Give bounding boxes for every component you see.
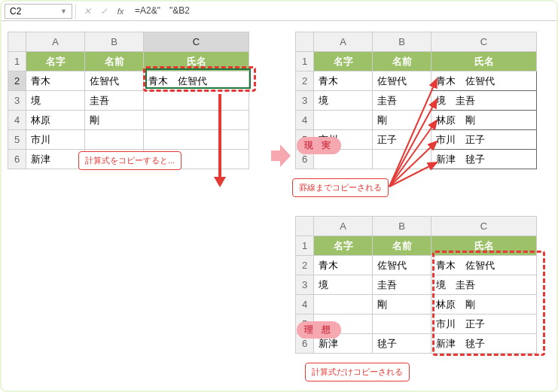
cell[interactable]: 境 [314, 91, 373, 111]
col-header-c[interactable]: C [144, 32, 249, 52]
cell[interactable]: 圭吾 [373, 91, 431, 111]
row-header[interactable]: 4 [8, 111, 26, 130]
cell[interactable]: 境 圭吾 [431, 91, 537, 111]
cell[interactable]: 青木 [314, 71, 373, 91]
cell[interactable] [144, 130, 249, 150]
cell[interactable]: 青木 佐智代 [431, 71, 537, 91]
col-header-a[interactable]: A [314, 32, 373, 52]
header-given[interactable]: 名前 [85, 52, 144, 71]
transition-arrow-icon [271, 144, 291, 167]
header-full[interactable]: 氏名 [144, 52, 249, 71]
cell[interactable]: 境 [314, 275, 373, 295]
callout-copy-formula: 計算式をコピーすると... [78, 151, 181, 170]
select-all-corner[interactable] [8, 32, 26, 52]
callout-only-formula: 計算式だけコピーされる [305, 363, 410, 381]
col-header-c[interactable]: C [431, 217, 537, 236]
cell[interactable]: 境 [26, 91, 85, 111]
badge-reality: 現 実 [297, 137, 341, 154]
col-header-b[interactable]: B [373, 32, 431, 52]
cell[interactable]: 林原 剛 [431, 111, 537, 130]
cell[interactable] [85, 130, 144, 150]
formula-bar: C2 ▼ ✕ ✓ fx =A2&" "&B2 [2, 2, 556, 21]
header-given[interactable]: 名前 [373, 52, 431, 71]
row-header[interactable]: 1 [296, 236, 314, 256]
header-surname[interactable]: 名字 [26, 52, 85, 71]
badge-ideal: 理 想 [297, 321, 341, 339]
cell[interactable]: 境 圭吾 [431, 275, 537, 295]
formula-input[interactable]: =A2&" "&B2 [129, 3, 556, 19]
cell[interactable]: 新津 [26, 150, 85, 169]
cell[interactable]: 市川 正子 [431, 130, 537, 150]
cell[interactable]: 林原 [26, 111, 85, 130]
select-all-corner[interactable] [296, 217, 314, 236]
cell[interactable]: 市川 正子 [431, 315, 537, 334]
row-header[interactable]: 6 [8, 150, 26, 169]
cell[interactable]: 佐智代 [373, 256, 431, 275]
cell[interactable]: 新津 毬子 [431, 334, 537, 354]
accept-icon[interactable]: ✓ [97, 5, 111, 18]
header-full[interactable]: 氏名 [431, 236, 537, 256]
col-header-a[interactable]: A [26, 32, 85, 52]
cell[interactable]: 青木 [26, 71, 85, 91]
cell[interactable]: 圭吾 [85, 91, 144, 111]
cell[interactable]: 剛 [373, 295, 431, 315]
cell[interactable] [314, 295, 373, 315]
row-header[interactable]: 1 [296, 52, 314, 71]
col-header-b[interactable]: B [373, 217, 431, 236]
separator [75, 4, 76, 19]
row-header[interactable]: 1 [8, 52, 26, 71]
header-surname[interactable]: 名字 [314, 236, 373, 256]
cell[interactable] [373, 150, 431, 169]
callout-borders-copied: 罫線までコピーされる [292, 178, 389, 197]
cell[interactable] [144, 111, 249, 130]
left-sheet: A B C 1 名字 名前 氏名 2青木佐智代青木 佐智代 3境圭吾 4林原剛 … [8, 32, 249, 169]
header-full[interactable]: 氏名 [431, 52, 537, 71]
cell[interactable]: 佐智代 [373, 71, 431, 91]
cell[interactable]: 剛 [373, 111, 431, 130]
cell[interactable]: 圭吾 [373, 275, 431, 295]
cell[interactable]: 新津 毬子 [431, 150, 537, 169]
col-header-a[interactable]: A [314, 217, 373, 236]
cell[interactable]: 剛 [85, 111, 144, 130]
chevron-down-icon[interactable]: ▼ [60, 8, 67, 15]
cell[interactable]: 市川 [26, 130, 85, 150]
row-header[interactable]: 4 [296, 295, 314, 315]
row-header[interactable]: 3 [8, 91, 26, 111]
cell[interactable]: 青木 佐智代 [431, 256, 537, 275]
cancel-icon[interactable]: ✕ [81, 5, 94, 18]
row-header[interactable]: 2 [296, 256, 314, 275]
fx-icon[interactable]: fx [114, 5, 127, 18]
cell[interactable] [373, 315, 431, 334]
cell[interactable]: 青木 佐智代 [144, 71, 249, 91]
header-surname[interactable]: 名字 [314, 52, 373, 71]
col-header-c[interactable]: C [431, 32, 537, 52]
name-box-value: C2 [10, 6, 21, 17]
row-header[interactable]: 4 [296, 111, 314, 130]
cell[interactable]: 青木 [314, 256, 373, 275]
header-given[interactable]: 名前 [373, 236, 431, 256]
name-box[interactable]: C2 ▼ [5, 4, 72, 19]
row-header[interactable]: 3 [296, 91, 314, 111]
cell[interactable]: 毬子 [373, 334, 431, 354]
row-header[interactable]: 2 [296, 71, 314, 91]
col-header-b[interactable]: B [85, 32, 144, 52]
select-all-corner[interactable] [296, 32, 314, 52]
cell[interactable]: 佐智代 [85, 71, 144, 91]
cell[interactable]: 正子 [373, 130, 431, 150]
row-header[interactable]: 2 [8, 71, 26, 91]
cell[interactable] [144, 91, 249, 111]
cell[interactable]: 林原 剛 [431, 295, 537, 315]
spreadsheet-grid[interactable]: A B C 1 名字 名前 氏名 2青木佐智代青木 佐智代 3境圭吾 4林原剛 … [8, 32, 249, 169]
row-header[interactable]: 3 [296, 275, 314, 295]
cell[interactable] [314, 111, 373, 130]
row-header[interactable]: 5 [8, 130, 26, 150]
